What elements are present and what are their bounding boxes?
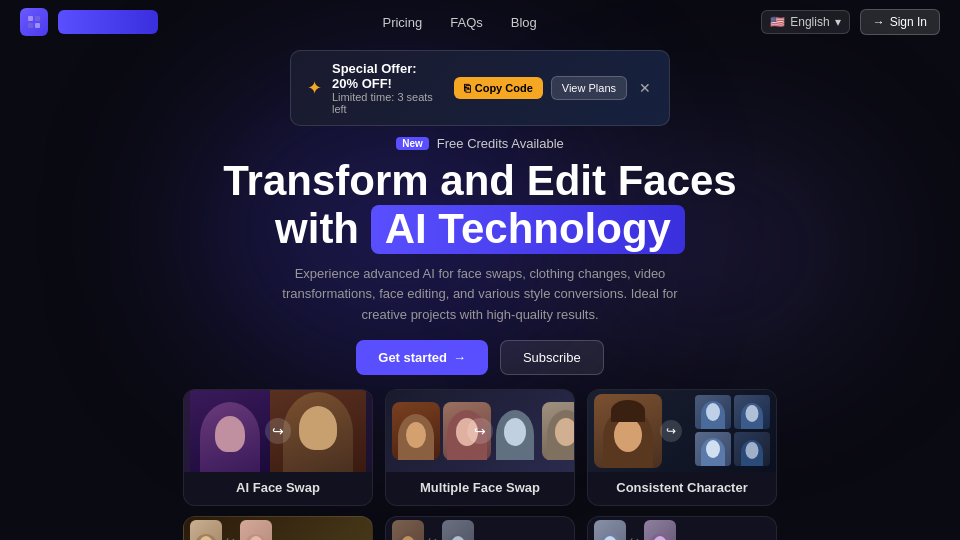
hero-title: Transform and Edit Faces with AI Technol… <box>20 157 940 254</box>
view-plans-button[interactable]: View Plans <box>551 76 627 100</box>
svg-rect-3 <box>35 23 40 28</box>
partial-face-6 <box>644 520 676 540</box>
card-partial-2[interactable]: ↪ <box>385 516 575 540</box>
logo-text <box>58 10 158 34</box>
svg-rect-1 <box>35 16 40 21</box>
banner-text: Special Offer: 20% OFF! Limited time: 3 … <box>332 61 444 115</box>
char-thumb-4 <box>734 432 770 466</box>
card-consistent-character-image: ↪ <box>588 390 776 472</box>
svg-rect-2 <box>28 23 33 28</box>
subscribe-button[interactable]: Subscribe <box>500 340 604 375</box>
close-icon[interactable]: ✕ <box>637 78 653 98</box>
card-multiple-face-swap[interactable]: ↪ Multiple Face Swap <box>385 389 575 506</box>
card-multiple-face-swap-label: Multiple Face Swap <box>386 472 574 505</box>
partial-face-5 <box>594 520 626 540</box>
navbar: Pricing FAQs Blog 🇺🇸 English ▾ → Sign In <box>0 0 960 44</box>
nav-pricing[interactable]: Pricing <box>382 15 422 30</box>
free-credits-text: Free Credits Available <box>437 136 564 151</box>
language-selector[interactable]: 🇺🇸 English ▾ <box>761 10 849 34</box>
feature-cards-row1: ↪ AI Face Swap <box>0 375 960 506</box>
char-thumb-1 <box>695 395 731 429</box>
svg-rect-0 <box>28 16 33 21</box>
copy-code-button[interactable]: ⎘ Copy Code <box>454 77 543 99</box>
partial-face-2 <box>240 520 272 540</box>
get-started-button[interactable]: Get started → <box>356 340 488 375</box>
hero-section: Transform and Edit Faces with AI Technol… <box>0 157 960 375</box>
banner-offer-subtitle: Limited time: 3 seats left <box>332 91 444 115</box>
nav-blog[interactable]: Blog <box>511 15 537 30</box>
partial-arrow-3: ↪ <box>630 534 640 540</box>
face-before-panel <box>190 390 270 472</box>
get-started-label: Get started <box>378 350 447 365</box>
partial-face-3 <box>392 520 424 540</box>
arrow-right-icon: → <box>453 350 466 365</box>
partial-card-3-content: ↪ <box>588 517 776 540</box>
card-consistent-character[interactable]: ↪ <box>587 389 777 506</box>
copy-icon: ⎘ <box>464 82 471 94</box>
banner-offer-title: Special Offer: 20% OFF! <box>332 61 444 91</box>
card-consistent-character-label: Consistent Character <box>588 472 776 505</box>
logo-icon <box>20 8 48 36</box>
sign-in-icon: → <box>873 15 885 29</box>
nav-faqs[interactable]: FAQs <box>450 15 483 30</box>
banner-buttons: ⎘ Copy Code View Plans <box>454 76 627 100</box>
card-ai-face-swap[interactable]: ↪ AI Face Swap <box>183 389 373 506</box>
star-icon: ✦ <box>307 77 322 99</box>
chevron-down-icon: ▾ <box>835 15 841 29</box>
navbar-right: 🇺🇸 English ▾ → Sign In <box>761 9 940 35</box>
char-thumb-2 <box>734 395 770 429</box>
new-badge: New <box>396 137 429 150</box>
flag-icon: 🇺🇸 <box>770 15 785 29</box>
swap-arrow-icon: ↪ <box>265 418 291 444</box>
navbar-left <box>20 8 158 36</box>
partial-face-4 <box>442 520 474 540</box>
partial-face-1 <box>190 520 222 540</box>
consistent-arrow-icon: ↪ <box>660 420 682 442</box>
multiple-swap-arrow-icon: ↪ <box>467 418 493 444</box>
sign-in-button[interactable]: → Sign In <box>860 9 940 35</box>
navbar-nav: Pricing FAQs Blog <box>382 15 536 30</box>
partial-card-2-content: ↪ <box>386 517 574 540</box>
card-ai-face-swap-image: ↪ <box>184 390 372 472</box>
partial-card-1-content: ↪ <box>184 517 372 540</box>
card-multiple-face-swap-image: ↪ <box>386 390 574 472</box>
card-partial-1[interactable]: ↪ <box>183 516 373 540</box>
hero-highlight: AI Technology <box>371 205 685 253</box>
char-thumb-3 <box>695 432 731 466</box>
lang-label: English <box>790 15 829 29</box>
free-credits-bar: New Free Credits Available <box>0 136 960 151</box>
partial-arrow-1: ↪ <box>226 534 236 540</box>
hero-subtitle: Experience advanced AI for face swaps, c… <box>270 264 690 326</box>
hero-title-line1: Transform and Edit Faces <box>223 157 736 204</box>
card-ai-face-swap-label: AI Face Swap <box>184 472 372 505</box>
hero-title-pre: with <box>275 205 359 252</box>
partial-arrow-2: ↪ <box>428 534 438 540</box>
promo-banner: ✦ Special Offer: 20% OFF! Limited time: … <box>290 50 670 126</box>
feature-cards-row2: ↪ ↪ ↪ <box>0 506 960 540</box>
hero-buttons: Get started → Subscribe <box>20 340 940 375</box>
card-partial-3[interactable]: ↪ <box>587 516 777 540</box>
sign-in-label: Sign In <box>890 15 927 29</box>
